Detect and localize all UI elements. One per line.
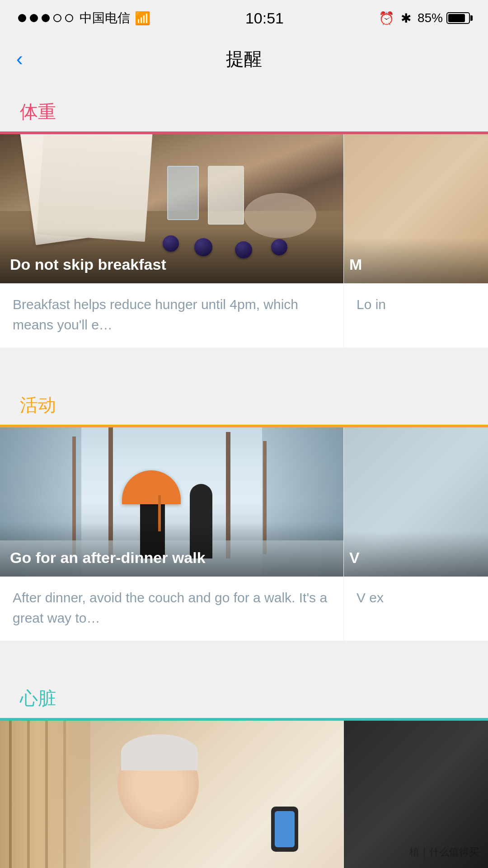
card-walk[interactable]: Go for an after-dinner walk After dinner… (0, 427, 343, 641)
carrier: 中国电信 📶 (80, 9, 150, 27)
dot-5 (65, 14, 73, 22)
card-breakfast-image: Do not skip breakfast (0, 134, 343, 283)
card-breakfast-body: Breakfast helps reduce hunger until 4pm,… (0, 283, 343, 347)
card-peek-weight-text: Lo in (357, 294, 475, 314)
card-breakfast-text: Breakfast helps reduce hunger until 4pm,… (13, 294, 331, 335)
card-heart-image (0, 721, 343, 868)
carrier-name: 中国电信 (80, 9, 130, 27)
section-header-weight: 体重 (0, 90, 488, 131)
status-left: 中国电信 📶 (18, 9, 150, 27)
card-peek-activity-title: V (349, 549, 360, 567)
card-breakfast[interactable]: Do not skip breakfast Breakfast helps re… (0, 134, 343, 347)
card-heart[interactable] (0, 721, 343, 868)
section-title-activity: 活动 (20, 395, 56, 415)
separator-1 (0, 366, 488, 384)
card-walk-text: After dinner, avoid the couch and go for… (13, 587, 331, 628)
card-breakfast-title: Do not skip breakfast (10, 256, 333, 273)
dot-3 (42, 14, 50, 22)
watermark: 植｜什么值得买 (409, 845, 479, 859)
card-weight-peek[interactable]: M Lo in (343, 134, 488, 347)
main-content: 体重 (0, 90, 488, 868)
signal-dots (18, 14, 73, 22)
page-title: 提醒 (226, 47, 262, 71)
dot-4 (53, 14, 61, 22)
wifi-icon: 📶 (135, 11, 150, 26)
section-weight: 体重 (0, 90, 488, 347)
status-bar: 中国电信 📶 10:51 ⏰ ✱ 85% (0, 0, 488, 36)
section-header-heart: 心脏 (0, 677, 488, 718)
time-display: 10:51 (245, 9, 284, 27)
card-peek-weight-title: M (349, 256, 362, 273)
cards-row-activity: Go for an after-dinner walk After dinner… (0, 427, 488, 641)
card-activity-peek[interactable]: V V ex (343, 427, 488, 641)
card-walk-title: Go for an after-dinner walk (10, 549, 333, 567)
section-header-activity: 活动 (0, 384, 488, 425)
section-activity: 活动 (0, 384, 488, 641)
section-title-heart: 心脏 (20, 688, 56, 708)
battery-fill (448, 14, 465, 22)
battery-percent: 85% (418, 11, 443, 25)
battery: 85% (418, 11, 470, 25)
cards-row-weight: Do not skip breakfast Breakfast helps re… (0, 134, 488, 347)
status-right: ⏰ ✱ 85% (379, 11, 470, 26)
bluetooth-icon: ✱ (401, 11, 411, 26)
card-peek-weight-body: Lo in (344, 283, 488, 342)
card-peek-activity-text: V ex (357, 587, 475, 608)
card-walk-image: Go for an after-dinner walk (0, 427, 343, 577)
alarm-icon: ⏰ (379, 11, 394, 26)
section-heart: 心脏 (0, 677, 488, 868)
separator-2 (0, 659, 488, 677)
nav-bar: ‹ 提醒 (0, 36, 488, 81)
dot-2 (30, 14, 38, 22)
dot-1 (18, 14, 26, 22)
section-title-weight: 体重 (20, 102, 56, 122)
battery-box (446, 12, 470, 24)
card-walk-body: After dinner, avoid the couch and go for… (0, 577, 343, 641)
card-peek-activity-body: V ex (344, 577, 488, 635)
back-button[interactable]: ‹ (16, 47, 23, 70)
